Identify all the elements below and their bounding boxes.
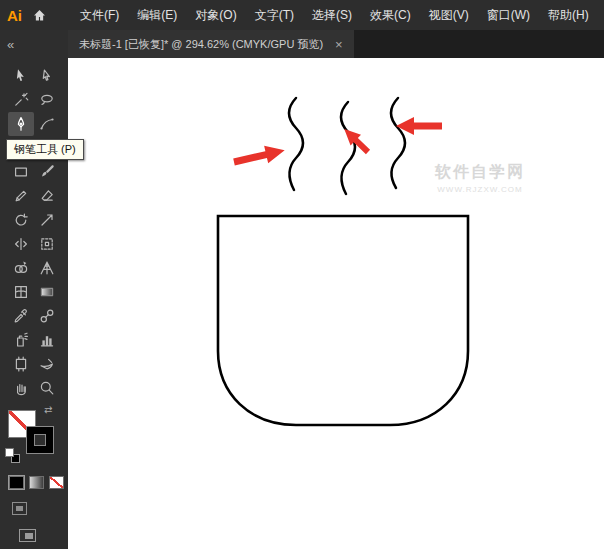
width-icon — [13, 236, 29, 252]
menu-window[interactable]: 窗口(W) — [478, 0, 539, 30]
eraser-icon — [39, 188, 55, 204]
tool-grid — [0, 58, 68, 400]
scale-icon — [39, 212, 55, 228]
eraser-tool[interactable] — [34, 184, 60, 208]
free-transform-icon — [39, 236, 55, 252]
none-button[interactable] — [49, 476, 64, 489]
rotate-tool[interactable] — [8, 208, 34, 232]
pen-tool[interactable] — [8, 112, 34, 136]
pen-icon — [13, 116, 29, 132]
column-graph-tool[interactable] — [34, 328, 60, 352]
artboard-icon — [13, 356, 29, 372]
width-tool[interactable] — [8, 232, 34, 256]
perspective-grid-tool[interactable] — [34, 256, 60, 280]
steam-line[interactable] — [341, 102, 355, 194]
pencil-icon — [13, 188, 29, 204]
paintbrush-icon — [39, 164, 55, 180]
app-logo: Ai — [0, 7, 30, 24]
symbol-sprayer-icon — [13, 332, 29, 348]
swap-fill-stroke-icon[interactable]: ⇄ — [44, 404, 52, 415]
tab-close-icon[interactable]: × — [335, 37, 343, 52]
home-icon[interactable] — [30, 8, 57, 23]
gradient-tool[interactable] — [34, 280, 60, 304]
zoom-tool[interactable] — [34, 376, 60, 400]
house-icon — [32, 8, 47, 23]
blend-tool[interactable] — [34, 304, 60, 328]
default-colors-icon[interactable] — [5, 448, 20, 463]
mesh-icon — [13, 284, 29, 300]
zoom-icon — [39, 380, 55, 396]
stroke-color-swatch[interactable] — [26, 426, 54, 454]
pencil-tool[interactable] — [8, 184, 34, 208]
artboard-tool[interactable] — [8, 352, 34, 376]
document-tab[interactable]: 未标题-1 [已恢复]* @ 294.62% (CMYK/GPU 预览) × — [68, 30, 354, 58]
scale-tool[interactable] — [34, 208, 60, 232]
menu-object[interactable]: 对象(O) — [186, 0, 245, 30]
magic-wand-icon — [13, 92, 29, 108]
canvas[interactable]: 软件自学网 WWW.RJZXW.COM — [68, 58, 604, 549]
column-graph-icon — [39, 332, 55, 348]
rectangle-icon — [13, 164, 29, 180]
menu-items: 文件(F) 编辑(E) 对象(O) 文字(T) 选择(S) 效果(C) 视图(V… — [71, 0, 598, 30]
tab-strip: « 未标题-1 [已恢复]* @ 294.62% (CMYK/GPU 预览) × — [0, 30, 604, 58]
watermark: 软件自学网 WWW.RJZXW.COM — [428, 162, 532, 194]
gradient-icon — [39, 284, 55, 300]
slice-tool[interactable] — [34, 352, 60, 376]
slice-icon — [39, 356, 55, 372]
document-tab-title: 未标题-1 [已恢复]* @ 294.62% (CMYK/GPU 预览) — [79, 37, 323, 52]
pen-tool-tooltip: 钢笔工具 (P) — [6, 139, 84, 160]
eyedropper-tool[interactable] — [8, 304, 34, 328]
steam-line[interactable] — [391, 98, 405, 188]
selection-tool[interactable] — [8, 64, 34, 88]
selection-icon — [13, 68, 29, 84]
menu-edit[interactable]: 编辑(E) — [128, 0, 186, 30]
color-button[interactable] — [9, 476, 24, 489]
fill-stroke-control: ⇄ — [0, 404, 68, 466]
watermark-url: WWW.RJZXW.COM — [428, 185, 532, 194]
steam-line[interactable] — [289, 98, 303, 190]
perspective-grid-icon — [39, 260, 55, 276]
hand-icon — [13, 380, 29, 396]
blend-icon — [39, 308, 55, 324]
menu-type[interactable]: 文字(T) — [246, 0, 303, 30]
main-area: ⇄ 软件自学网 WWW.RJZXW.C — [0, 58, 604, 549]
magic-wand-tool[interactable] — [8, 88, 34, 112]
default-fill-chip — [5, 448, 14, 457]
watermark-text: 软件自学网 — [428, 162, 532, 183]
curvature-tool[interactable] — [34, 112, 60, 136]
direct-selection-icon — [39, 68, 55, 84]
shape-builder-icon — [13, 260, 29, 276]
direct-selection-tool[interactable] — [34, 64, 60, 88]
menu-effect[interactable]: 效果(C) — [361, 0, 420, 30]
annotation-arrow — [232, 142, 287, 171]
gradient-button[interactable] — [29, 476, 44, 489]
paint-mode-buttons — [0, 466, 68, 489]
hand-tool[interactable] — [8, 376, 34, 400]
curvature-icon — [39, 116, 55, 132]
shape-builder-tool[interactable] — [8, 256, 34, 280]
artwork-svg[interactable] — [68, 58, 604, 549]
lasso-icon — [39, 92, 55, 108]
stroke-swatch-hole — [34, 434, 46, 446]
symbol-sprayer-tool[interactable] — [8, 328, 34, 352]
menu-file[interactable]: 文件(F) — [71, 0, 128, 30]
menubar: Ai 文件(F) 编辑(E) 对象(O) 文字(T) 选择(S) 效果(C) 视… — [0, 0, 604, 30]
lasso-tool[interactable] — [34, 88, 60, 112]
screen-mode-button[interactable] — [19, 529, 36, 542]
toolbar: ⇄ — [0, 58, 68, 549]
cup-outline[interactable] — [218, 216, 468, 425]
free-transform-tool[interactable] — [34, 232, 60, 256]
rotate-icon — [13, 212, 29, 228]
menu-select[interactable]: 选择(S) — [303, 0, 361, 30]
eyedropper-icon — [13, 308, 29, 324]
mesh-tool[interactable] — [8, 280, 34, 304]
draw-mode-button[interactable] — [12, 502, 27, 515]
menu-view[interactable]: 视图(V) — [420, 0, 478, 30]
rectangle-tool[interactable] — [8, 160, 34, 184]
collapse-panels-icon[interactable]: « — [0, 30, 68, 58]
paintbrush-tool[interactable] — [34, 160, 60, 184]
menu-help[interactable]: 帮助(H) — [539, 0, 598, 30]
